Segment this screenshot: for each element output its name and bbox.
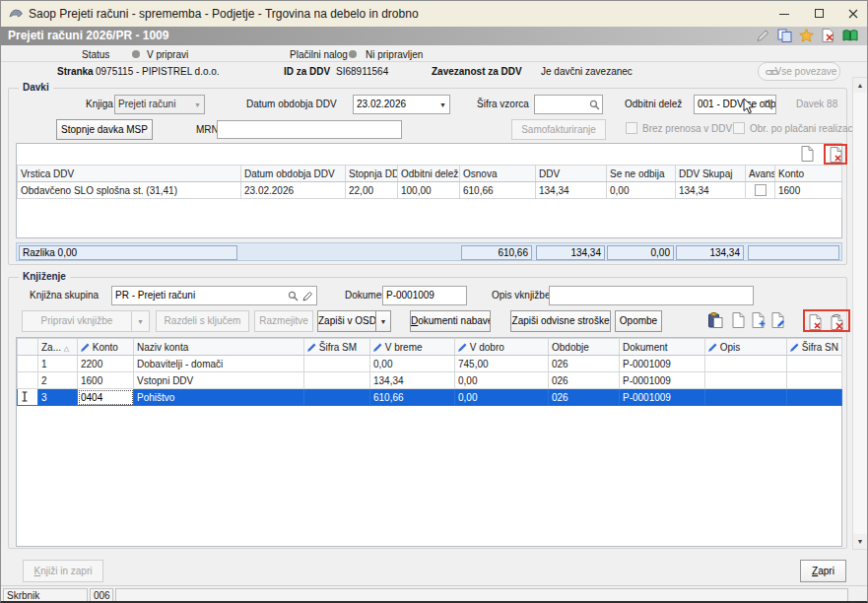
row-selector[interactable] <box>18 389 38 406</box>
cell-naziv: Dobavitelji - domači <box>134 356 304 372</box>
col-dokument[interactable]: Dokument <box>620 339 705 356</box>
stopnje-davka-button[interactable]: Stopnje davka MSP <box>56 119 153 140</box>
col-v-breme[interactable]: V breme <box>370 339 455 356</box>
stranka-label: Stranka <box>57 66 94 77</box>
col-ddv-skupaj[interactable]: DDV Skupaj <box>676 166 746 182</box>
col-datum-obdobja[interactable]: Datum obdobja DDV <box>241 166 346 182</box>
dokumenti-nabave-button[interactable]: Dokumenti nabave <box>410 310 491 332</box>
edit-pencil-icon[interactable] <box>302 291 312 302</box>
col-se-ne-odbija[interactable]: Se ne odbija <box>607 166 676 182</box>
delete-document-icon[interactable] <box>821 29 836 43</box>
cell-dokument: P-0001009 <box>620 389 705 406</box>
dokument-input[interactable]: P-0001009 <box>382 286 467 305</box>
col-zap[interactable]: Za... △ <box>38 339 78 356</box>
insert-row-icon[interactable] <box>751 312 768 330</box>
ddv-table: Vrstica DDV Datum obdobja DDV Stopnja DD… <box>17 165 841 199</box>
opis-vknjizbe-label: Opis vknjižbe <box>492 290 550 301</box>
ddv-row[interactable]: Obdavčeno SLO splošna st. (31,41) 23.02.… <box>18 182 842 199</box>
help-book-icon[interactable] <box>842 29 858 43</box>
col-osnova[interactable]: Osnova <box>460 166 536 182</box>
pencil-icon <box>790 343 799 352</box>
new-row-icon[interactable] <box>731 312 749 330</box>
col-ddv[interactable]: DDV <box>536 166 607 182</box>
stopnje-davka-label: Stopnje davka MSP <box>61 124 148 135</box>
knjiga-label: Knjiga <box>86 99 113 109</box>
davki-legend: Davki <box>19 82 53 93</box>
mrn-input[interactable] <box>217 120 402 139</box>
row-selector[interactable] <box>18 372 38 389</box>
edit-row-icon[interactable] <box>770 312 788 330</box>
opombe-button[interactable]: Opombe <box>615 310 662 332</box>
col-sifra-sn[interactable]: Šifra SN <box>787 339 842 356</box>
knjizna-skupina-input[interactable]: PR - Prejeti računi <box>111 286 317 305</box>
cell-konto-editor[interactable]: 0404 <box>78 389 134 406</box>
zapisi-odvisne-stroske-button[interactable]: Zapiši odvisne stroške <box>510 310 611 332</box>
app-window: Saop Prejeti računi - sprememba - Podjet… <box>0 0 868 603</box>
cell-naziv: Pohištvo <box>134 389 304 406</box>
gl-grid-panel: Za... △ Konto Naziv konta Šifra SM V bre… <box>16 337 842 547</box>
cell-v-breme: 610,66 <box>370 389 455 406</box>
avans-checkbox[interactable] <box>755 184 767 196</box>
search-icon[interactable] <box>589 100 600 110</box>
knjizi-in-zapri-label: Knjiži in zapri <box>34 566 93 576</box>
delete-row-icon[interactable] <box>829 147 843 163</box>
minimize-button[interactable] <box>768 1 800 27</box>
zapri-button[interactable]: Zapri <box>800 560 846 582</box>
edit-note-icon[interactable] <box>756 29 771 43</box>
cell-ddv: 134,34 <box>536 182 607 199</box>
vertical-scrollbar[interactable]: ▲ ▼ <box>852 77 868 550</box>
sifra-vzorca-input[interactable] <box>534 95 603 114</box>
obr-realizacija-checkbox <box>733 122 745 134</box>
cell-v-dobro: 0,00 <box>455 372 549 389</box>
delete-all-rows-icon[interactable] <box>830 314 845 330</box>
chevron-down-icon: ▼ <box>137 318 144 325</box>
statusbar-user: Skrbnik <box>3 588 88 603</box>
col-vrstica-ddv[interactable]: Vrstica DDV <box>18 166 241 182</box>
razdeli-s-kljucem-button: Razdeli s ključem <box>156 310 249 332</box>
knjiga-combo[interactable]: Prejeti računi ▼ <box>114 95 205 114</box>
cell-ddv-skupaj: 134,34 <box>676 182 746 199</box>
search-icon[interactable] <box>763 100 773 110</box>
cell-obdobje: 026 <box>549 356 620 372</box>
razlika-band: Razlika 0,00 610,66 134,34 0,00 134,34 <box>16 242 842 261</box>
davki-group: Davki Knjiga Prejeti računi ▼ Datum obdo… <box>8 88 847 265</box>
gl-row-3-selected[interactable]: 3 0404 Pohištvo 610,66 0,00 026 P-000100… <box>18 389 842 406</box>
cell-v-breme: 134,34 <box>370 372 455 389</box>
col-sifra-sm[interactable]: Šifra SM <box>304 339 370 356</box>
scroll-up-icon[interactable]: ▲ <box>853 78 867 93</box>
maximize-button[interactable] <box>804 1 835 27</box>
knjiga-value: Prejeti računi <box>118 99 175 109</box>
col-avans[interactable]: Avans <box>746 166 775 182</box>
delete-row-icon[interactable] <box>808 314 823 330</box>
opis-vknjizbe-input[interactable] <box>549 286 754 305</box>
pripravi-vknjizbe-label: Pripravi vknjižbe <box>41 315 113 326</box>
row-selector[interactable] <box>18 356 38 372</box>
col-obdobje[interactable]: Obdobje <box>549 339 620 356</box>
new-row-icon[interactable] <box>800 146 818 164</box>
gl-row-2[interactable]: 2 1600 Vstopni DDV 134,34 0,00 026 P-000… <box>18 372 842 389</box>
scroll-down-icon[interactable]: ▼ <box>853 534 867 549</box>
copy-record-icon[interactable] <box>777 29 793 43</box>
datum-obdobja-combo[interactable]: 23.02.2026 ▼ <box>353 95 450 114</box>
col-v-dobro[interactable]: V dobro <box>455 339 549 356</box>
odbitni-delez-input[interactable]: 001 - DDV se odbija <box>694 95 776 114</box>
close-button[interactable] <box>837 1 868 27</box>
search-icon[interactable] <box>288 291 299 302</box>
col-stopnja-ddv[interactable]: Stopnja DDV <box>346 166 398 182</box>
zapisi-v-osd-dropdown[interactable]: ▼ <box>375 310 391 332</box>
gl-row-1[interactable]: 1 2200 Dobavitelji - domači 0,00 745,00 … <box>18 356 842 372</box>
chevron-down-icon: ▼ <box>380 318 387 325</box>
zapisi-v-osd-button[interactable]: Zapiši v OSD <box>317 310 376 332</box>
col-konto[interactable]: Konto <box>775 166 842 182</box>
paste-rows-icon[interactable] <box>707 312 725 330</box>
minimize-icon <box>779 14 789 15</box>
total-se-ne-odbija: 0,00 <box>607 245 674 260</box>
col-konto[interactable]: Konto <box>78 339 134 356</box>
col-naziv-konta[interactable]: Naziv konta <box>134 339 304 356</box>
sifra-vzorca-label: Šifra vzorca <box>477 99 529 109</box>
col-opis[interactable]: Opis <box>705 339 787 356</box>
close-icon <box>848 9 858 19</box>
favorite-star-icon[interactable] <box>799 29 815 43</box>
col-odbitni-delez[interactable]: Odbitni delež <box>398 166 460 182</box>
zavezanost-value: Je davčni zavezanec <box>541 66 633 77</box>
